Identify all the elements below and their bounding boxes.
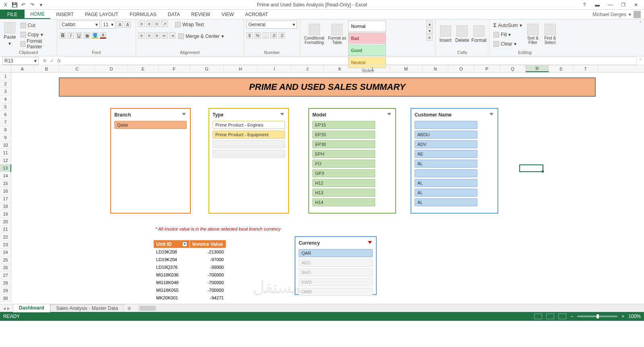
column-header[interactable]: A (11, 65, 34, 72)
format-cells-button[interactable]: Format (471, 21, 487, 48)
tab-nav-last-icon[interactable]: ▸ (7, 305, 10, 311)
tab-file[interactable]: FILE (0, 10, 25, 19)
slicer-item[interactable]: QAR (299, 249, 373, 257)
insert-cells-button[interactable]: Insert (438, 21, 453, 48)
fill-button[interactable]: Fill ▾ (492, 31, 524, 39)
slicer-item[interactable]: EP30 (312, 140, 375, 148)
zoom-out-button[interactable]: − (570, 314, 573, 319)
worksheet-grid[interactable]: 1234567891011121314151617181920212223242… (0, 73, 644, 304)
align-right-button[interactable]: ≡ (154, 32, 160, 39)
slicer-item[interactable] (415, 121, 477, 129)
slicer-item[interactable]: AL (415, 189, 477, 197)
clear-button[interactable]: Clear ▾ (492, 40, 524, 48)
row-header[interactable]: 19 (0, 210, 11, 218)
view-layout-button[interactable] (546, 314, 554, 319)
clear-filter-icon[interactable] (279, 112, 285, 118)
row-header[interactable]: 4 (0, 96, 11, 103)
row-header[interactable]: 24 (0, 249, 11, 256)
slicer-branch[interactable]: Branch Qatar (110, 108, 191, 214)
accounting-button[interactable]: $ (246, 32, 253, 39)
expand-formula-icon[interactable]: ˅ (637, 58, 644, 64)
slicer-item[interactable]: Qatar (114, 121, 187, 129)
slicer-item[interactable]: Prime Product - Engines (213, 121, 285, 129)
autosum-button[interactable]: ΣAutoSum ▾ (492, 21, 524, 29)
slicer-item[interactable]: EP15 (312, 121, 375, 129)
shrink-font-button[interactable]: A (124, 21, 131, 28)
clear-filter-icon[interactable] (386, 112, 392, 118)
enter-formula-icon[interactable]: ✓ (50, 58, 54, 64)
indent-dec-button[interactable]: ⇤ (161, 32, 168, 39)
tab-nav-first-icon[interactable]: ◂ (3, 305, 6, 311)
table-row[interactable]: MK20K001-94271 (154, 294, 226, 301)
style-normal[interactable]: Normal (348, 21, 386, 32)
format-as-table-button[interactable]: Format as Table (327, 21, 347, 48)
tab-formulas[interactable]: FORMULAS (124, 10, 162, 19)
copy-button[interactable]: Copy ▾ (19, 31, 54, 39)
row-header[interactable]: 1 (0, 73, 11, 80)
row-header[interactable]: 21 (0, 226, 11, 233)
slicer-item[interactable]: AE (415, 150, 477, 158)
underline-button[interactable]: U (76, 32, 82, 39)
minimize-icon[interactable]: — (605, 1, 615, 8)
tab-view[interactable]: VIEW (216, 10, 239, 19)
clear-filter-icon[interactable] (181, 112, 187, 118)
gallery-up-icon[interactable]: ▴ (426, 21, 433, 27)
formula-input[interactable] (65, 57, 637, 65)
tab-acrobat[interactable]: ACROBAT (239, 10, 274, 19)
table-row[interactable]: LD19K208-213000 (154, 248, 226, 256)
row-header[interactable]: 2 (0, 80, 11, 88)
collapse-ribbon-icon[interactable]: ˄ (637, 19, 644, 56)
indent-inc-button[interactable]: ⇥ (169, 32, 175, 39)
close-icon[interactable]: ✕ (631, 1, 641, 8)
slicer-item[interactable]: H12 (312, 179, 375, 187)
number-format-combo[interactable]: General▾ (246, 21, 297, 29)
tab-data[interactable]: DATA (162, 10, 186, 19)
border-button[interactable]: ▦ (84, 32, 90, 39)
slicer-item[interactable] (213, 140, 285, 148)
bold-button[interactable]: B (60, 32, 66, 39)
align-center-button[interactable]: ≡ (146, 32, 153, 39)
find-select-button[interactable]: Find & Select (542, 21, 558, 48)
inc-decimal-button[interactable]: .0 (270, 32, 277, 39)
row-header[interactable]: 20 (0, 218, 11, 226)
align-middle-button[interactable]: ≡ (146, 21, 153, 27)
zoom-level[interactable]: 100% (628, 314, 641, 319)
select-all-corner[interactable] (0, 65, 11, 72)
restore-icon[interactable]: ❐ (618, 1, 628, 8)
row-header[interactable]: 12 (0, 157, 11, 164)
row-header[interactable]: 18 (0, 203, 11, 210)
column-header[interactable]: E (128, 65, 159, 72)
fill-color-button[interactable]: 🪣 (92, 32, 98, 39)
sort-filter-button[interactable]: Sort & Filter (525, 21, 541, 48)
sheet-tab-dashboard[interactable]: Dashboard (13, 304, 50, 312)
column-header[interactable]: O (448, 65, 474, 72)
cut-button[interactable]: Cut (19, 21, 54, 29)
align-bottom-button[interactable]: ≡ (154, 21, 160, 27)
slicer-item[interactable]: Prime Product - Equipment (213, 131, 285, 139)
slicer-item[interactable]: OMR (299, 288, 373, 296)
filter-dropdown-icon[interactable] (182, 242, 187, 247)
column-header[interactable]: D (95, 65, 128, 72)
redo-icon[interactable]: ↷ (29, 2, 35, 8)
column-header[interactable]: H (224, 65, 258, 72)
column-header[interactable]: P (474, 65, 500, 72)
delete-cells-button[interactable]: Delete (454, 21, 469, 48)
comma-button[interactable]: , (262, 32, 269, 39)
column-header[interactable]: S (549, 65, 573, 72)
name-box[interactable]: R13▾ (2, 57, 39, 65)
row-header[interactable]: 5 (0, 103, 11, 111)
slicer-item[interactable]: ABDU (415, 131, 477, 139)
slicer-currency[interactable]: Currency QARAEDBHDKWDOMR (295, 236, 377, 295)
slicer-item[interactable]: AL (415, 179, 477, 187)
qat-dropdown-icon[interactable]: ▾ (38, 2, 44, 8)
undo-icon[interactable]: ↶ (20, 2, 27, 8)
row-header[interactable]: 17 (0, 195, 11, 203)
slicer-item[interactable]: GP3 (312, 169, 375, 177)
slicer-item[interactable]: EP20 (312, 131, 375, 139)
row-header[interactable]: 15 (0, 180, 11, 187)
row-header[interactable]: 8 (0, 126, 11, 134)
style-good[interactable]: Good (348, 45, 386, 56)
table-row[interactable]: MG18K036-700000 (154, 271, 226, 278)
row-header[interactable]: 28 (0, 279, 11, 287)
row-header[interactable]: 23 (0, 241, 11, 249)
